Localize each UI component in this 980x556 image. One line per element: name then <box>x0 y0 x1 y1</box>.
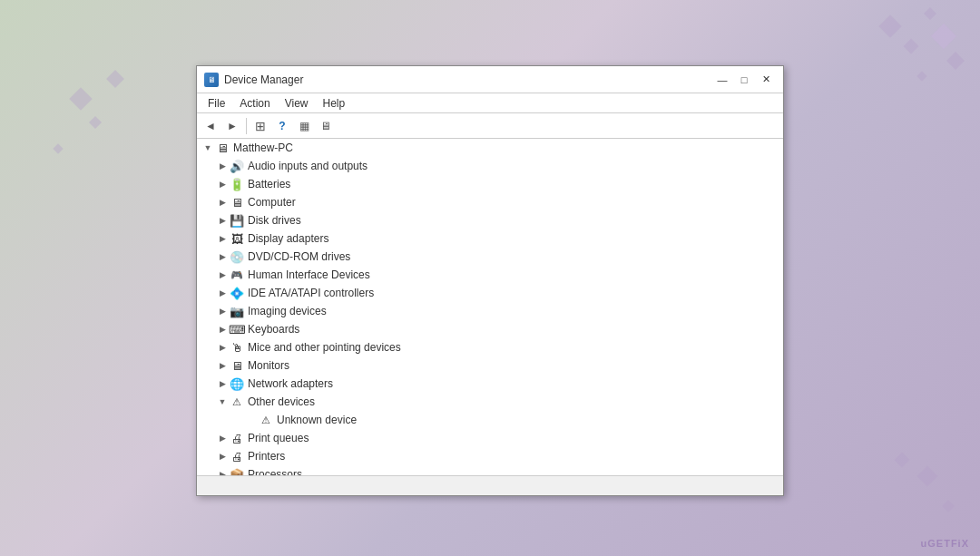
monitors-expand-icon[interactable] <box>215 358 230 373</box>
monitors-label: Monitors <box>248 359 289 372</box>
tree-item-printers[interactable]: 🖨 Printers <box>197 447 783 465</box>
batteries-label: Batteries <box>248 178 290 190</box>
computer-expand-icon[interactable] <box>215 195 230 210</box>
keyboards-icon: ⌨ <box>230 322 244 337</box>
tree-item-network[interactable]: 🌐 Network adapters <box>197 375 783 393</box>
watermark: uGETFiX <box>921 538 969 549</box>
device-manager-window: 🖥 Device Manager — □ ✕ File Action View … <box>196 65 784 496</box>
hid-label: Human Interface Devices <box>248 268 370 281</box>
tree-item-mice[interactable]: 🖱 Mice and other pointing devices <box>197 338 783 356</box>
processors-expand-icon[interactable] <box>215 467 230 475</box>
tree-item-monitors[interactable]: 🖥 Monitors <box>197 356 783 375</box>
menu-bar: File Action View Help <box>197 93 783 113</box>
other-icon: ⚠ <box>230 395 244 409</box>
close-button[interactable]: ✕ <box>756 71 776 89</box>
dvd-expand-icon[interactable] <box>215 249 230 264</box>
title-controls: — □ ✕ <box>712 71 776 89</box>
status-bar <box>197 475 783 495</box>
root-expand-icon[interactable] <box>201 141 215 155</box>
tree-item-computer[interactable]: 🖥 Computer <box>197 193 783 211</box>
computer-label: Computer <box>248 196 296 209</box>
tree-root[interactable]: 🖥 Matthew-PC <box>197 139 783 157</box>
tree-item-disk[interactable]: 💾 Disk drives <box>197 211 783 229</box>
hid-icon: 🎮 <box>230 268 244 282</box>
ide-expand-icon[interactable] <box>215 286 230 300</box>
other-label: Other devices <box>248 395 315 408</box>
tree-item-audio[interactable]: 🔊 Audio inputs and outputs <box>197 157 783 175</box>
toolbar-grid-button[interactable]: ▦ <box>294 116 314 136</box>
mice-label: Mice and other pointing devices <box>248 341 401 354</box>
printers-label: Printers <box>248 450 285 463</box>
audio-label: Audio inputs and outputs <box>248 160 368 172</box>
unknown-label: Unknown device <box>277 414 357 426</box>
disk-icon: 💾 <box>230 213 244 228</box>
batteries-expand-icon[interactable] <box>215 177 230 191</box>
root-icon: 🖥 <box>215 141 230 155</box>
network-label: Network adapters <box>248 377 333 390</box>
imaging-expand-icon[interactable] <box>215 304 230 318</box>
menu-file[interactable]: File <box>201 95 232 112</box>
tree-item-processors[interactable]: 📦 Processors <box>197 465 783 475</box>
network-icon: 🌐 <box>230 376 244 391</box>
processors-icon: 📦 <box>230 467 244 475</box>
toolbar-help-button[interactable]: ? <box>272 116 292 136</box>
display-label: Display adapters <box>248 232 328 245</box>
tree-item-imaging[interactable]: 📷 Imaging devices <box>197 302 783 320</box>
tree-item-batteries[interactable]: 🔋 Batteries <box>197 175 783 193</box>
menu-action[interactable]: Action <box>232 95 277 112</box>
audio-icon: 🔊 <box>230 159 244 173</box>
tree-item-print-queues[interactable]: 🖨 Print queues <box>197 429 783 447</box>
window-title: Device Manager <box>224 73 303 86</box>
mice-icon: 🖱 <box>230 340 244 355</box>
print-queues-icon: 🖨 <box>230 431 244 445</box>
mice-expand-icon[interactable] <box>215 340 230 355</box>
network-expand-icon[interactable] <box>215 376 230 391</box>
disk-expand-icon[interactable] <box>215 213 230 228</box>
computer-icon: 🖥 <box>230 195 244 210</box>
unknown-icon: ⚠ <box>259 413 273 427</box>
tree-view[interactable]: 🖥 Matthew-PC 🔊 Audio inputs and outputs … <box>197 139 783 475</box>
print-queues-expand-icon[interactable] <box>215 431 230 445</box>
monitors-icon: 🖥 <box>230 358 244 373</box>
toolbar-back-button[interactable]: ◄ <box>201 116 220 136</box>
print-queues-label: Print queues <box>248 432 309 444</box>
title-bar: 🖥 Device Manager — □ ✕ <box>197 66 783 93</box>
toolbar-forward-button[interactable]: ► <box>222 116 242 136</box>
audio-expand-icon[interactable] <box>215 159 230 173</box>
display-expand-icon[interactable] <box>215 231 230 246</box>
maximize-button[interactable]: □ <box>734 71 754 89</box>
printers-icon: 🖨 <box>230 449 244 463</box>
toolbar-separator-1 <box>246 118 247 134</box>
tree-item-dvd[interactable]: 💿 DVD/CD-ROM drives <box>197 248 783 266</box>
title-bar-left: 🖥 Device Manager <box>204 73 303 87</box>
root-label: Matthew-PC <box>233 141 293 154</box>
disk-label: Disk drives <box>248 214 301 227</box>
tree-item-hid[interactable]: 🎮 Human Interface Devices <box>197 266 783 284</box>
ide-label: IDE ATA/ATAPI controllers <box>248 287 374 299</box>
processors-label: Processors <box>248 468 302 475</box>
tree-item-unknown[interactable]: ⚠ Unknown device <box>197 411 783 429</box>
tree-item-display[interactable]: 🖼 Display adapters <box>197 229 783 248</box>
toolbar-properties-button[interactable]: ⊞ <box>250 116 270 136</box>
dvd-icon: 💿 <box>230 249 244 264</box>
tree-item-keyboards[interactable]: ⌨ Keyboards <box>197 320 783 338</box>
batteries-icon: 🔋 <box>230 177 244 191</box>
display-icon: 🖼 <box>230 231 244 246</box>
window-icon: 🖥 <box>204 73 219 87</box>
dvd-label: DVD/CD-ROM drives <box>248 250 350 263</box>
menu-help[interactable]: Help <box>316 95 353 112</box>
toolbar: ◄ ► ⊞ ? ▦ 🖥 <box>197 113 783 139</box>
toolbar-monitor-button[interactable]: 🖥 <box>316 116 336 136</box>
imaging-label: Imaging devices <box>248 305 327 317</box>
ide-icon: 💠 <box>230 286 244 300</box>
printers-expand-icon[interactable] <box>215 449 230 463</box>
keyboards-label: Keyboards <box>248 323 299 336</box>
imaging-icon: 📷 <box>230 304 244 318</box>
tree-item-other[interactable]: ⚠ Other devices <box>197 393 783 411</box>
hid-expand-icon[interactable] <box>215 268 230 282</box>
minimize-button[interactable]: — <box>712 71 732 89</box>
menu-view[interactable]: View <box>278 95 316 112</box>
other-expand-icon[interactable] <box>215 395 230 409</box>
tree-item-ide[interactable]: 💠 IDE ATA/ATAPI controllers <box>197 284 783 302</box>
